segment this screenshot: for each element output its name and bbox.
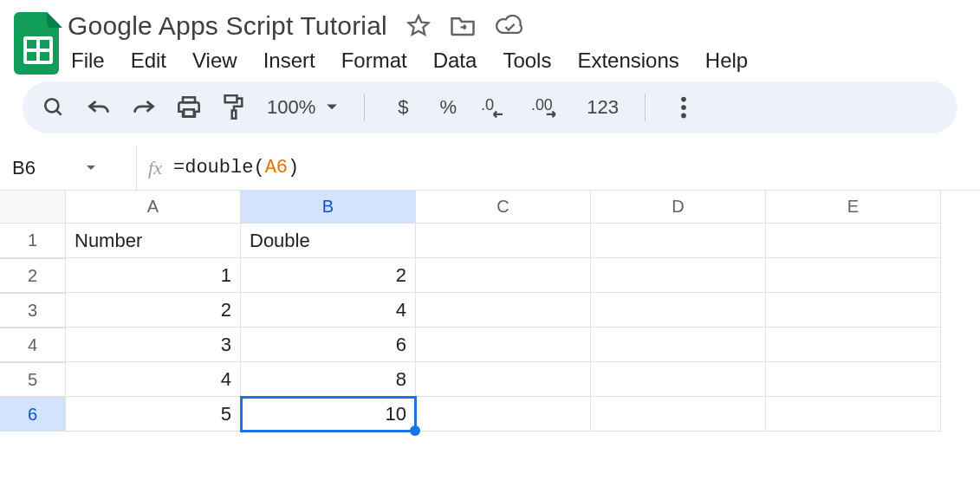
formula-suffix: ) xyxy=(288,157,299,179)
row-header[interactable]: 6 xyxy=(0,397,66,432)
table-row: 324 xyxy=(0,293,980,328)
toolbar: 100% $ % .0 .00 123 xyxy=(23,81,957,133)
menu-file[interactable]: File xyxy=(71,49,105,73)
cell[interactable] xyxy=(416,328,591,362)
cell[interactable]: 5 xyxy=(66,397,241,432)
cell[interactable]: Number xyxy=(66,224,241,258)
cell[interactable] xyxy=(416,362,591,397)
formula-prefix: =double( xyxy=(173,157,265,179)
sheets-logo[interactable] xyxy=(12,7,64,76)
menu-view[interactable]: View xyxy=(192,49,237,73)
cell[interactable] xyxy=(766,224,941,258)
cell[interactable]: 2 xyxy=(241,258,416,293)
cell[interactable]: 10 xyxy=(241,397,416,432)
cell[interactable]: 8 xyxy=(241,362,416,397)
cell[interactable]: 4 xyxy=(66,362,241,397)
cell[interactable] xyxy=(766,362,941,397)
chevron-down-icon xyxy=(86,165,96,172)
formula-ref: A6 xyxy=(265,157,288,179)
svg-point-3 xyxy=(45,99,58,112)
row-header[interactable]: 3 xyxy=(0,293,66,328)
undo-icon[interactable] xyxy=(87,90,111,125)
cloud-saved-icon[interactable] xyxy=(495,15,524,37)
col-header-E[interactable]: E xyxy=(766,191,941,224)
svg-text:.0: .0 xyxy=(481,96,494,114)
col-header-A[interactable]: A xyxy=(66,191,241,224)
app-header: Google Apps Script Tutorial File Edit Vi… xyxy=(0,0,980,81)
svg-point-11 xyxy=(681,97,686,102)
column-headers: A B C D E xyxy=(0,191,980,224)
cell[interactable]: 6 xyxy=(241,328,416,362)
search-icon[interactable] xyxy=(42,90,66,125)
svg-rect-8 xyxy=(232,110,237,118)
fill-handle[interactable] xyxy=(410,425,420,436)
table-row: 212 xyxy=(0,258,980,293)
row-header[interactable]: 1 xyxy=(0,224,66,258)
table-row: 436 xyxy=(0,328,980,362)
row-header[interactable]: 4 xyxy=(0,328,66,362)
cell[interactable] xyxy=(591,224,766,258)
select-all-corner[interactable] xyxy=(0,191,66,224)
zoom-value: 100% xyxy=(267,96,315,119)
move-folder-icon[interactable] xyxy=(450,15,476,37)
svg-text:.00: .00 xyxy=(531,96,553,114)
col-header-D[interactable]: D xyxy=(591,191,766,224)
more-icon[interactable] xyxy=(672,90,696,125)
menu-help[interactable]: Help xyxy=(705,49,748,73)
percent-button[interactable]: % xyxy=(436,90,460,125)
number-format-button[interactable]: 123 xyxy=(587,90,619,125)
cell[interactable] xyxy=(591,362,766,397)
currency-button[interactable]: $ xyxy=(391,90,415,125)
menu-tools[interactable]: Tools xyxy=(503,49,551,73)
toolbar-separator xyxy=(364,94,365,121)
svg-point-13 xyxy=(681,114,686,119)
name-box[interactable]: B6 xyxy=(0,146,137,190)
decrease-decimal-icon[interactable]: .0 xyxy=(481,90,510,125)
formula-input[interactable]: =double(A6) xyxy=(173,157,299,179)
cell[interactable]: 3 xyxy=(66,328,241,362)
paint-format-icon[interactable] xyxy=(222,90,246,125)
row-header[interactable]: 2 xyxy=(0,258,66,293)
cell[interactable] xyxy=(416,224,591,258)
cell[interactable] xyxy=(591,258,766,293)
cell[interactable] xyxy=(766,397,941,432)
cell[interactable] xyxy=(591,293,766,328)
cell[interactable] xyxy=(591,397,766,432)
increase-decimal-icon[interactable]: .00 xyxy=(531,90,566,125)
cell[interactable] xyxy=(766,258,941,293)
toolbar-separator xyxy=(645,94,646,121)
menu-insert[interactable]: Insert xyxy=(263,49,315,73)
spreadsheet-grid: A B C D E 1NumberDouble2123244365486510 xyxy=(0,191,980,432)
cell[interactable] xyxy=(416,397,591,432)
table-row: 548 xyxy=(0,362,980,397)
fx-icon: fx xyxy=(137,157,173,179)
cell[interactable]: 2 xyxy=(66,293,241,328)
name-box-value: B6 xyxy=(12,157,36,179)
cell[interactable]: 4 xyxy=(241,293,416,328)
document-title[interactable]: Google Apps Script Tutorial xyxy=(68,11,387,41)
cell[interactable] xyxy=(766,293,941,328)
star-icon[interactable] xyxy=(406,14,431,38)
table-row: 1NumberDouble xyxy=(0,224,980,258)
row-header[interactable]: 5 xyxy=(0,362,66,397)
table-row: 6510 xyxy=(0,397,980,432)
col-header-B[interactable]: B xyxy=(241,191,416,224)
menu-data[interactable]: Data xyxy=(433,49,477,73)
formula-bar: B6 fx =double(A6) xyxy=(0,146,980,191)
cell[interactable]: 1 xyxy=(66,258,241,293)
col-header-C[interactable]: C xyxy=(416,191,591,224)
zoom-select[interactable]: 100% xyxy=(267,96,338,119)
cell[interactable] xyxy=(591,328,766,362)
menu-extensions[interactable]: Extensions xyxy=(577,49,678,73)
cell[interactable] xyxy=(416,293,591,328)
cell[interactable]: Double xyxy=(241,224,416,258)
menu-format[interactable]: Format xyxy=(341,49,407,73)
cell[interactable] xyxy=(416,258,591,293)
menu-bar: File Edit View Insert Format Data Tools … xyxy=(68,45,968,81)
menu-edit[interactable]: Edit xyxy=(131,49,166,73)
redo-icon[interactable] xyxy=(132,90,156,125)
chevron-down-icon xyxy=(326,103,338,112)
print-icon[interactable] xyxy=(177,90,201,125)
svg-line-4 xyxy=(56,110,61,114)
cell[interactable] xyxy=(766,328,941,362)
